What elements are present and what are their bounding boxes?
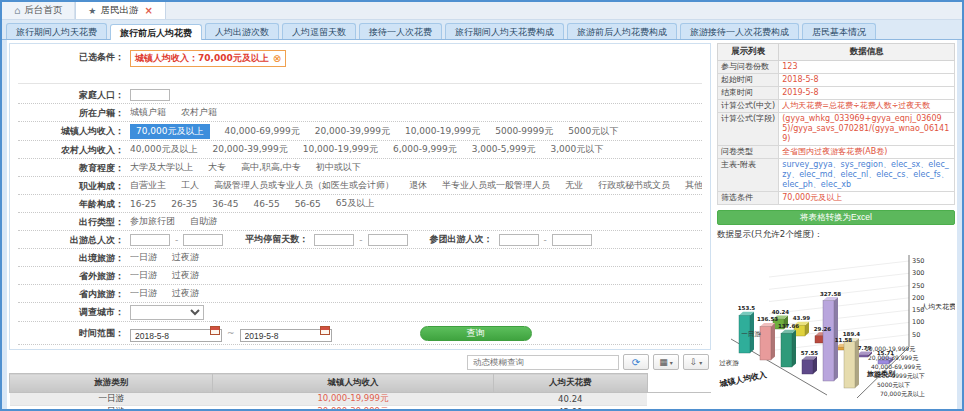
filter-option[interactable]: 3,000-5,999元 [472, 143, 536, 156]
dimensions-label: 数据显示(只允许2个维度)： [717, 229, 955, 241]
range-from-input[interactable] [130, 234, 170, 246]
subtab-5[interactable]: 旅行期间人均天花费构成 [445, 23, 564, 39]
filter-option[interactable]: 退休 [409, 179, 427, 192]
info-row: 主表-附表survey_gyya、sys_region、elec_sx、elec… [718, 159, 955, 192]
city-select[interactable] [130, 305, 204, 320]
filter-option[interactable]: 其他 [685, 179, 702, 192]
cell-daily-spend: 43.99 [493, 406, 647, 411]
col-header-urban-income[interactable]: 城镇人均收入 [213, 374, 493, 393]
range-to-input[interactable] [368, 234, 408, 246]
svg-text:153.5: 153.5 [738, 305, 756, 311]
filter-option[interactable]: 行政或秘书或文员 [598, 179, 670, 192]
info-row-value: 全省国内过夜游客花费(AB卷) [779, 146, 955, 159]
tab-resident-travel[interactable]: ★ 居民出游 × [75, 1, 165, 19]
filter-option[interactable]: 无业 [565, 179, 583, 192]
filter-option[interactable]: 一日游 [130, 287, 157, 300]
filter-option[interactable]: 5000-9999元 [495, 125, 553, 138]
col-header-travel-type[interactable]: 旅游类别 [10, 374, 213, 393]
subtab-6[interactable]: 旅游前后人均花费构成 [567, 23, 677, 39]
filter-option[interactable]: 46-55 [253, 199, 279, 209]
calendar-icon[interactable] [210, 326, 220, 335]
filter-option[interactable]: 20,000-39,999元 [213, 143, 288, 156]
filter-option[interactable]: 大学及大学以上 [130, 161, 193, 174]
filter-options: 一日游过夜游 [130, 287, 214, 300]
filter-option[interactable]: 自营业主 [130, 179, 166, 192]
filter-option[interactable]: 3,000元以下 [551, 143, 604, 156]
filter-row: 调查城市： [18, 303, 702, 322]
filter-row: 省内旅游：一日游过夜游 [18, 285, 702, 303]
info-row: 结束时间2019-5-8 [718, 87, 955, 100]
filter-option[interactable]: 农村户籍 [181, 106, 217, 119]
subtab-1[interactable]: 旅行前后人均花费 [110, 24, 202, 40]
subtab-8[interactable]: 居民基本情况 [802, 23, 876, 39]
data-info-table: 展示列表 数据信息 参与问卷份数123起始时间2018-5-8结束时间2019-… [717, 43, 955, 205]
filter-option[interactable]: 70,000元及以上 [130, 124, 210, 139]
filter-option[interactable]: 6,000-9,999元 [393, 143, 457, 156]
filter-option[interactable]: 36-45 [212, 199, 238, 209]
columns-button[interactable]: ▦ ▾ [653, 354, 679, 370]
filter-option[interactable]: 40,000-69,999元 [225, 125, 300, 138]
subtab-2[interactable]: 人均出游次数 [205, 23, 279, 39]
query-button[interactable]: 查询 [420, 326, 532, 341]
filter-option[interactable]: 10,000-19,999元 [405, 125, 480, 138]
filter-option[interactable]: 过夜游 [172, 251, 199, 264]
subtab-0[interactable]: 旅行期间人均天花费 [6, 23, 107, 39]
filter-row: 出境旅游：一日游过夜游 [18, 249, 702, 267]
filter-row: 年龄构成：16-2526-3536-4546-5556-6565及以上 [18, 195, 702, 213]
date-to-input[interactable] [240, 329, 332, 342]
filter-option[interactable]: 高中,职高,中专 [241, 161, 301, 174]
tab-backend-home[interactable]: ⌂ 后台首页 [2, 1, 75, 19]
refresh-icon: ⟳ [632, 357, 640, 368]
filter-row: 所在户籍：城镇户籍农村户籍 [18, 104, 702, 122]
range-to-input[interactable] [183, 234, 223, 246]
filter-option[interactable]: 26-35 [171, 199, 197, 209]
subtab-4[interactable]: 接待一人次花费 [359, 23, 442, 39]
calendar-icon[interactable] [320, 326, 330, 335]
filter-option[interactable]: 工人 [181, 179, 199, 192]
info-row-value: 人均天花费=总花费÷花费人数÷过夜天数 [779, 100, 955, 113]
filter-options: 自营业主工人高级管理人员或专业人员（如医生或会计师）退休半专业人员或一般管理人员… [130, 179, 702, 192]
filter-option[interactable]: 半专业人员或一般管理人员 [442, 179, 550, 192]
info-row-label: 结束时间 [718, 87, 779, 100]
filter-option[interactable]: 一日游 [130, 251, 157, 264]
filter-option[interactable]: 高级管理人员或专业人员（如医生或会计师） [214, 179, 394, 192]
filter-option[interactable]: 参加旅行团 [130, 215, 175, 228]
filter-options: 一日游过夜游 [130, 269, 214, 282]
filter-option[interactable]: 大专 [208, 161, 226, 174]
filter-option[interactable]: 65及以上 [336, 197, 374, 210]
export-button[interactable]: ⇩ ▾ [683, 354, 709, 370]
filter-option[interactable]: 20,000-39,999元 [315, 125, 390, 138]
filter-option[interactable]: 10,000-19,999元 [303, 143, 378, 156]
range-to-input[interactable] [552, 234, 592, 246]
filter-option[interactable]: 一日游 [130, 269, 157, 282]
filter-option[interactable]: 过夜游 [172, 269, 199, 282]
filter-option[interactable]: 40,000元及以上 [130, 143, 198, 156]
filter-option[interactable]: 5000元以下 [568, 125, 618, 138]
range-from-input[interactable] [314, 234, 354, 246]
date-separator: ~ [227, 328, 235, 338]
svg-text:189.4: 189.4 [843, 331, 861, 337]
filter-option[interactable]: 56-65 [295, 199, 321, 209]
export-excel-button[interactable]: 将表格转换为Excel [717, 210, 955, 225]
svg-text:人均天花费: 人均天花费 [921, 303, 955, 311]
filter-option[interactable]: 自助游 [190, 215, 217, 228]
range-from-input[interactable] [499, 234, 539, 246]
filter-row-label: 年龄构成： [18, 197, 130, 211]
fuzzy-search-input[interactable] [467, 355, 619, 370]
filter-option[interactable]: 过夜游 [172, 287, 199, 300]
filter-text-input[interactable] [130, 89, 170, 101]
filter-option[interactable]: 16-25 [130, 199, 156, 209]
col-header-daily-spend[interactable]: 人均天花费 [493, 374, 647, 393]
subtab-7[interactable]: 旅游接待一人次花费构成 [680, 23, 799, 39]
tag-remove-icon[interactable]: ⊗ [273, 53, 281, 64]
filter-row: 家庭人口： [18, 86, 702, 104]
range-separator: - [175, 235, 178, 245]
close-icon[interactable]: × [144, 5, 152, 16]
subtab-3[interactable]: 人均逗留天数 [282, 23, 356, 39]
range-group-label: 平均停留天数： [245, 233, 308, 246]
filter-option[interactable]: 城镇户籍 [130, 106, 166, 119]
refresh-button[interactable]: ⟳ [623, 354, 649, 370]
info-row-value: survey_gyya、sys_region、elec_sx、elec_zy、e… [779, 159, 955, 192]
filter-option[interactable]: 初中或以下 [316, 161, 361, 174]
date-from-input[interactable] [130, 329, 222, 342]
